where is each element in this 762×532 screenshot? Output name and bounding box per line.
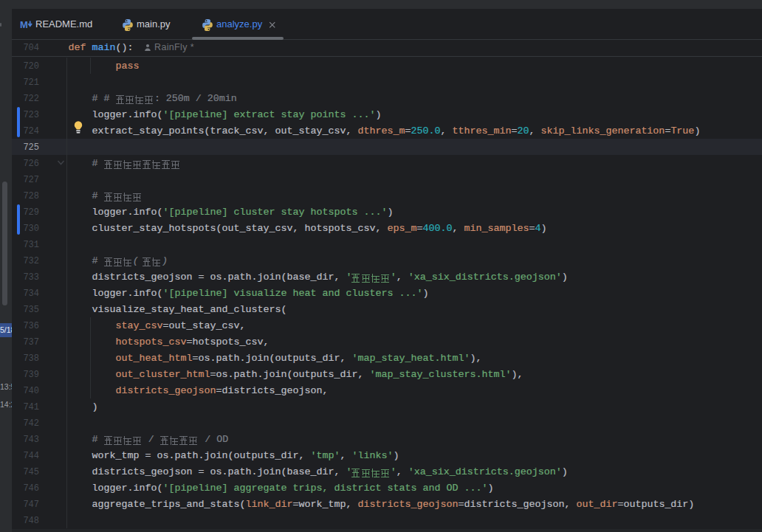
svg-text:M: M — [20, 19, 28, 30]
